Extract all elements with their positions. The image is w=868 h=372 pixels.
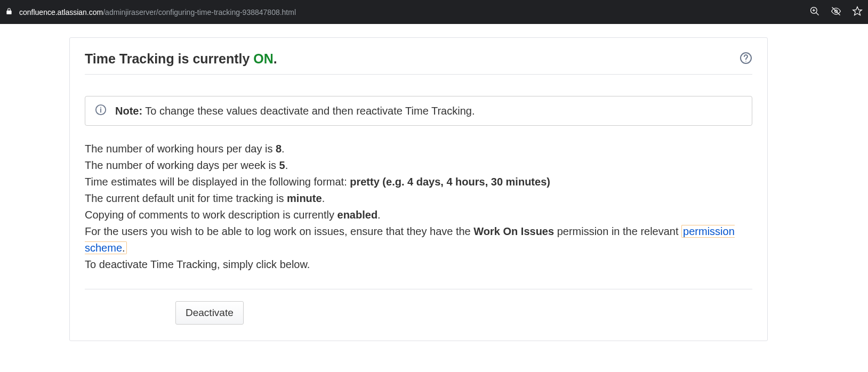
page-title: Time Tracking is currently ON. <box>85 51 277 67</box>
deactivate-button[interactable]: Deactivate <box>175 301 244 325</box>
note-box: Note: To change these values deactivate … <box>85 96 752 126</box>
info-icon <box>95 104 107 118</box>
url-text[interactable]: confluence.atlassian.com/adminjiraserver… <box>19 8 809 17</box>
deactivate-instruction: To deactivate Time Tracking, simply clic… <box>85 256 752 273</box>
incognito-off-icon[interactable] <box>831 6 841 18</box>
help-icon[interactable] <box>740 52 752 67</box>
time-tracking-panel: Time Tracking is currently ON. Note: To … <box>69 37 768 341</box>
star-icon[interactable] <box>852 6 863 18</box>
note-text: Note: To change these values deactivate … <box>115 105 475 117</box>
svg-line-1 <box>816 13 819 15</box>
lock-icon <box>5 7 13 17</box>
svg-point-11 <box>100 107 101 108</box>
svg-marker-6 <box>853 7 862 15</box>
status-on: ON <box>253 51 274 66</box>
settings-summary: The number of working hours per day is 8… <box>85 141 752 273</box>
browser-address-bar: confluence.atlassian.com/adminjiraserver… <box>0 0 868 24</box>
permission-paragraph: For the users you wish to be able to log… <box>85 223 752 256</box>
zoom-icon[interactable] <box>809 6 820 18</box>
svg-point-8 <box>745 61 746 62</box>
